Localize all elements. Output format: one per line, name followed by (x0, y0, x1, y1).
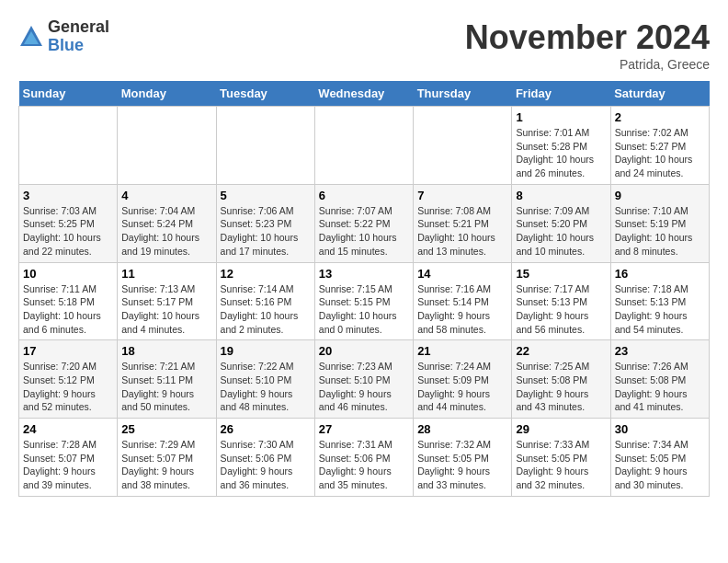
day-info: Sunrise: 7:25 AMSunset: 5:08 PMDaylight:… (516, 360, 606, 414)
day-number: 26 (221, 422, 311, 436)
table-row: 7Sunrise: 7:08 AMSunset: 5:21 PMDaylight… (414, 184, 512, 262)
day-info: Sunrise: 7:06 AMSunset: 5:23 PMDaylight:… (221, 204, 311, 259)
table-row: 2Sunrise: 7:02 AMSunset: 5:27 PMDaylight… (610, 107, 709, 185)
header-sunday: Sunday (19, 81, 118, 107)
day-number: 19 (221, 344, 311, 358)
day-number: 10 (23, 267, 113, 281)
day-info: Sunrise: 7:16 AMSunset: 5:14 PMDaylight:… (417, 282, 507, 337)
day-number: 28 (417, 422, 507, 436)
table-row (216, 107, 314, 185)
day-number: 21 (417, 344, 507, 358)
page-header: General Blue November 2024 Patrida, Gree… (18, 18, 710, 72)
day-info: Sunrise: 7:29 AMSunset: 5:07 PMDaylight:… (121, 438, 211, 492)
table-row: 16Sunrise: 7:18 AMSunset: 5:13 PMDayligh… (610, 262, 709, 340)
header-tuesday: Tuesday (216, 81, 314, 107)
table-row: 1Sunrise: 7:01 AMSunset: 5:28 PMDaylight… (512, 107, 610, 185)
day-info: Sunrise: 7:13 AMSunset: 5:17 PMDaylight:… (121, 282, 211, 337)
day-number: 3 (23, 189, 113, 202)
table-row: 29Sunrise: 7:33 AMSunset: 5:05 PMDayligh… (512, 419, 610, 497)
table-row: 24Sunrise: 7:28 AMSunset: 5:07 PMDayligh… (19, 419, 118, 497)
logo-general: General (48, 18, 109, 37)
day-number: 4 (121, 189, 211, 202)
day-info: Sunrise: 7:21 AMSunset: 5:11 PMDaylight:… (121, 360, 211, 414)
table-row: 21Sunrise: 7:24 AMSunset: 5:09 PMDayligh… (414, 340, 512, 419)
day-number: 7 (417, 189, 507, 202)
day-number: 8 (516, 189, 606, 202)
table-row: 6Sunrise: 7:07 AMSunset: 5:22 PMDaylight… (314, 184, 413, 262)
day-info: Sunrise: 7:17 AMSunset: 5:13 PMDaylight:… (516, 282, 606, 337)
day-number: 5 (221, 189, 311, 202)
table-row: 11Sunrise: 7:13 AMSunset: 5:17 PMDayligh… (118, 262, 216, 340)
day-number: 22 (516, 344, 606, 358)
calendar-table: Sunday Monday Tuesday Wednesday Thursday… (18, 81, 710, 497)
day-info: Sunrise: 7:32 AMSunset: 5:05 PMDaylight:… (417, 438, 507, 492)
day-info: Sunrise: 7:33 AMSunset: 5:05 PMDaylight:… (516, 438, 606, 492)
day-number: 13 (319, 267, 409, 281)
title-area: November 2024 Patrida, Greece (465, 18, 710, 72)
table-row: 13Sunrise: 7:15 AMSunset: 5:15 PMDayligh… (314, 262, 413, 340)
day-number: 20 (319, 344, 409, 358)
day-number: 6 (319, 189, 409, 202)
header-monday: Monday (118, 81, 216, 107)
table-row: 9Sunrise: 7:10 AMSunset: 5:19 PMDaylight… (610, 184, 709, 262)
day-info: Sunrise: 7:24 AMSunset: 5:09 PMDaylight:… (417, 360, 507, 414)
table-row: 12Sunrise: 7:14 AMSunset: 5:16 PMDayligh… (216, 262, 314, 340)
day-info: Sunrise: 7:30 AMSunset: 5:06 PMDaylight:… (221, 438, 311, 492)
day-info: Sunrise: 7:02 AMSunset: 5:27 PMDaylight:… (615, 126, 705, 180)
logo-icon (18, 24, 44, 50)
table-row (414, 107, 512, 185)
day-info: Sunrise: 7:08 AMSunset: 5:21 PMDaylight:… (417, 204, 507, 259)
day-number: 11 (121, 267, 211, 281)
table-row: 8Sunrise: 7:09 AMSunset: 5:20 PMDaylight… (512, 184, 610, 262)
table-row: 10Sunrise: 7:11 AMSunset: 5:18 PMDayligh… (19, 262, 118, 340)
day-info: Sunrise: 7:01 AMSunset: 5:28 PMDaylight:… (516, 126, 606, 180)
table-row: 5Sunrise: 7:06 AMSunset: 5:23 PMDaylight… (216, 184, 314, 262)
day-info: Sunrise: 7:23 AMSunset: 5:10 PMDaylight:… (319, 360, 409, 414)
location: Patrida, Greece (465, 57, 710, 72)
header-wednesday: Wednesday (314, 81, 413, 107)
day-number: 9 (615, 189, 705, 202)
day-number: 16 (615, 267, 705, 281)
day-number: 25 (121, 422, 211, 436)
table-row (314, 107, 413, 185)
day-number: 23 (615, 344, 705, 358)
table-row: 20Sunrise: 7:23 AMSunset: 5:10 PMDayligh… (314, 340, 413, 419)
day-info: Sunrise: 7:04 AMSunset: 5:24 PMDaylight:… (121, 204, 211, 259)
day-info: Sunrise: 7:31 AMSunset: 5:06 PMDaylight:… (319, 438, 409, 492)
day-number: 17 (23, 344, 113, 358)
table-row: 19Sunrise: 7:22 AMSunset: 5:10 PMDayligh… (216, 340, 314, 419)
month-title: November 2024 (465, 18, 710, 57)
table-row: 25Sunrise: 7:29 AMSunset: 5:07 PMDayligh… (118, 419, 216, 497)
logo-blue: Blue (48, 37, 109, 55)
day-number: 12 (221, 267, 311, 281)
table-row: 4Sunrise: 7:04 AMSunset: 5:24 PMDaylight… (118, 184, 216, 262)
table-row: 17Sunrise: 7:20 AMSunset: 5:12 PMDayligh… (19, 340, 118, 419)
table-row: 14Sunrise: 7:16 AMSunset: 5:14 PMDayligh… (414, 262, 512, 340)
day-info: Sunrise: 7:20 AMSunset: 5:12 PMDaylight:… (23, 360, 113, 414)
logo: General Blue (18, 18, 109, 55)
header-saturday: Saturday (610, 81, 709, 107)
day-info: Sunrise: 7:28 AMSunset: 5:07 PMDaylight:… (23, 438, 113, 492)
header-friday: Friday (512, 81, 610, 107)
day-number: 2 (615, 110, 705, 124)
table-row: 18Sunrise: 7:21 AMSunset: 5:11 PMDayligh… (118, 340, 216, 419)
day-info: Sunrise: 7:09 AMSunset: 5:20 PMDaylight:… (516, 204, 606, 259)
day-info: Sunrise: 7:26 AMSunset: 5:08 PMDaylight:… (615, 360, 705, 414)
day-info: Sunrise: 7:03 AMSunset: 5:25 PMDaylight:… (23, 204, 113, 259)
calendar-header: Sunday Monday Tuesday Wednesday Thursday… (19, 81, 710, 107)
day-number: 1 (516, 110, 606, 124)
calendar-body: 1Sunrise: 7:01 AMSunset: 5:28 PMDaylight… (19, 107, 710, 497)
day-number: 18 (121, 344, 211, 358)
table-row: 15Sunrise: 7:17 AMSunset: 5:13 PMDayligh… (512, 262, 610, 340)
table-row (118, 107, 216, 185)
day-number: 15 (516, 267, 606, 281)
day-info: Sunrise: 7:15 AMSunset: 5:15 PMDaylight:… (319, 282, 409, 337)
day-info: Sunrise: 7:11 AMSunset: 5:18 PMDaylight:… (23, 282, 113, 337)
day-info: Sunrise: 7:14 AMSunset: 5:16 PMDaylight:… (221, 282, 311, 337)
day-number: 14 (417, 267, 507, 281)
table-row: 26Sunrise: 7:30 AMSunset: 5:06 PMDayligh… (216, 419, 314, 497)
day-info: Sunrise: 7:34 AMSunset: 5:05 PMDaylight:… (615, 438, 705, 492)
table-row: 30Sunrise: 7:34 AMSunset: 5:05 PMDayligh… (610, 419, 709, 497)
table-row: 28Sunrise: 7:32 AMSunset: 5:05 PMDayligh… (414, 419, 512, 497)
header-thursday: Thursday (414, 81, 512, 107)
